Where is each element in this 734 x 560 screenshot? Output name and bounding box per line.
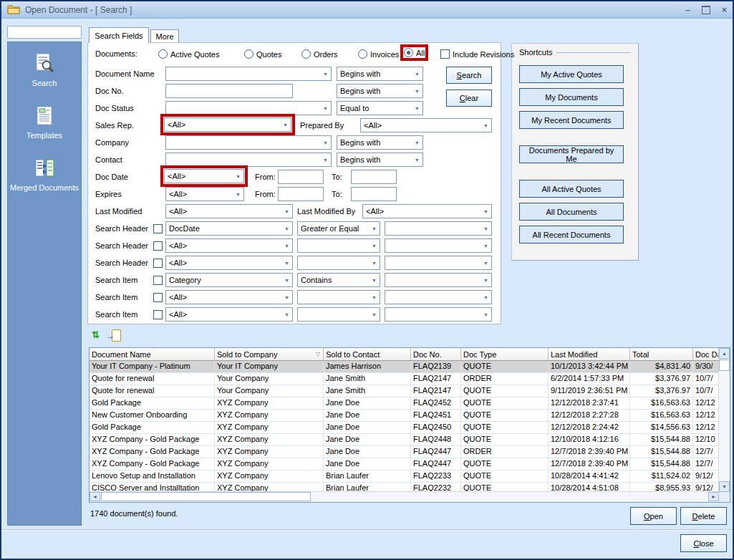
column-header[interactable]: Doc Date xyxy=(693,348,719,361)
dropdown-arrow-icon[interactable]: ▼ xyxy=(483,226,488,231)
dropdown-arrow-icon[interactable]: ▼ xyxy=(283,122,288,127)
send-to-document-icon[interactable]: → xyxy=(106,329,121,342)
dropdown-arrow-icon[interactable]: ▼ xyxy=(236,192,241,197)
table-row[interactable]: XYZ Company - Gold PackageXYZ CompanyJan… xyxy=(90,434,719,446)
scroll-down-icon[interactable]: ▼ xyxy=(719,481,730,492)
table-row[interactable]: XYZ Company - Gold PackageXYZ CompanyJan… xyxy=(90,458,719,470)
shortcut-all-recent-documents[interactable]: All Recent Documents xyxy=(519,226,624,243)
dropdown-arrow-icon[interactable]: ▼ xyxy=(415,140,420,145)
doc-status-operator-dropdown[interactable]: Equal to ▼ xyxy=(337,101,423,115)
search-header-checkbox[interactable] xyxy=(153,224,163,233)
vertical-scrollbar[interactable]: ▲ ▼ xyxy=(718,348,730,492)
doc-status-combobox[interactable]: ▼ xyxy=(165,101,332,115)
column-header[interactable]: Document Name xyxy=(90,348,215,361)
search-header-value-dropdown[interactable]: ▼ xyxy=(385,238,492,253)
dropdown-arrow-icon[interactable]: ▼ xyxy=(372,226,377,231)
dropdown-arrow-icon[interactable]: ▼ xyxy=(372,295,377,300)
radio-invoices[interactable]: Invoices xyxy=(358,49,399,59)
search-header-checkbox[interactable] xyxy=(153,241,163,251)
dropdown-arrow-icon[interactable]: ▼ xyxy=(323,140,328,145)
search-header-field-dropdown[interactable]: <All> ▼ xyxy=(165,238,293,253)
dropdown-arrow-icon[interactable]: ▼ xyxy=(284,278,289,283)
search-item-checkbox[interactable] xyxy=(153,310,163,319)
dropdown-arrow-icon[interactable]: ▼ xyxy=(372,312,377,317)
company-combobox[interactable]: ▼ xyxy=(165,135,332,150)
search-item-field-dropdown[interactable]: Category ▼ xyxy=(165,273,293,287)
dropdown-arrow-icon[interactable]: ▼ xyxy=(236,174,241,179)
column-header[interactable]: Sold to Company▽ xyxy=(215,348,324,361)
dropdown-arrow-icon[interactable]: ▼ xyxy=(284,295,289,300)
search-item-operator-dropdown[interactable]: Contains ▼ xyxy=(297,273,380,287)
dropdown-arrow-icon[interactable]: ▼ xyxy=(415,158,420,163)
shortcut-all-active-quotes[interactable]: All Active Quotes xyxy=(519,180,624,198)
column-header[interactable]: Total xyxy=(630,348,693,361)
dropdown-arrow-icon[interactable]: ▼ xyxy=(323,158,328,163)
open-button[interactable]: Open xyxy=(630,507,677,525)
dropdown-arrow-icon[interactable]: ▼ xyxy=(483,312,488,317)
radio-quotes[interactable]: Quotes xyxy=(244,49,281,59)
expires-from-input[interactable] xyxy=(278,187,324,201)
horizontal-scroll-thumb[interactable] xyxy=(101,492,311,501)
search-header-checkbox[interactable] xyxy=(153,259,163,268)
column-header[interactable]: Sold to Contact xyxy=(324,348,411,361)
search-item-value-dropdown[interactable]: ▼ xyxy=(385,307,492,322)
dropdown-arrow-icon[interactable]: ▼ xyxy=(415,106,420,111)
minimize-button[interactable]: – xyxy=(685,6,690,14)
table-row[interactable]: Quote for renewalYour CompanyJane SmithF… xyxy=(90,373,719,385)
tab-more[interactable]: More xyxy=(150,29,179,43)
column-header[interactable]: Last Modified xyxy=(549,348,630,361)
column-header[interactable]: Doc Type xyxy=(461,348,549,361)
dropdown-arrow-icon[interactable]: ▼ xyxy=(372,278,377,283)
search-header-field-dropdown[interactable]: <All> ▼ xyxy=(165,256,293,270)
dropdown-arrow-icon[interactable]: ▼ xyxy=(323,72,328,77)
prepared-by-dropdown[interactable]: <All> ▼ xyxy=(360,118,492,132)
table-row[interactable]: Your IT Company - PlatinumYour IT Compan… xyxy=(90,361,719,373)
dropdown-arrow-icon[interactable]: ▼ xyxy=(483,123,488,128)
dropdown-arrow-icon[interactable]: ▼ xyxy=(284,243,289,248)
refresh-icon[interactable]: ⇅ xyxy=(92,329,100,340)
dropdown-arrow-icon[interactable]: ▼ xyxy=(372,243,377,248)
search-item-operator-dropdown[interactable]: ▼ xyxy=(297,290,380,304)
radio-icon[interactable] xyxy=(244,49,253,59)
search-item-field-dropdown[interactable]: <All> ▼ xyxy=(165,290,293,304)
shortcut-documents-prepared-by-me[interactable]: Documents Prepared by Me xyxy=(519,145,624,163)
search-button[interactable]: Search xyxy=(446,67,492,84)
table-row[interactable]: Gold PackageXYZ CompanyJane DoeFLAQ2452Q… xyxy=(90,397,719,410)
sidebar-item-merged-documents[interactable]: Merged Documents xyxy=(10,157,79,192)
search-header-value-dropdown[interactable]: ▼ xyxy=(385,256,492,270)
scroll-up-icon[interactable]: ▲ xyxy=(719,348,730,359)
expires-dropdown[interactable]: <All> ▼ xyxy=(165,187,244,201)
vertical-scroll-thumb[interactable] xyxy=(719,359,730,371)
dropdown-arrow-icon[interactable]: ▼ xyxy=(483,278,488,283)
document-name-operator-dropdown[interactable]: Begins with ▼ xyxy=(337,67,423,81)
last-modified-dropdown[interactable]: <All> ▼ xyxy=(165,204,293,218)
contact-combobox[interactable]: ▼ xyxy=(165,153,332,167)
radio-icon[interactable] xyxy=(158,49,168,59)
scroll-right-icon[interactable]: ► xyxy=(708,492,719,501)
include-revisions-checkbox[interactable]: Include Revisions xyxy=(440,49,514,59)
doc-date-dropdown[interactable]: <All> ▼ xyxy=(164,169,244,183)
dropdown-arrow-icon[interactable]: ▼ xyxy=(284,261,289,266)
radio-all[interactable]: All xyxy=(404,48,425,57)
tab-search-fields[interactable]: Search Fields xyxy=(89,27,149,43)
maximize-button[interactable] xyxy=(702,6,710,14)
search-header-operator-dropdown[interactable]: ▼ xyxy=(297,238,380,253)
expires-to-input[interactable] xyxy=(351,187,397,201)
search-item-checkbox[interactable] xyxy=(153,293,163,302)
table-row[interactable]: Quote for renewalYour CompanyJane SmithF… xyxy=(90,385,719,397)
shortcut-my-active-quotes[interactable]: My Active Quotes xyxy=(519,65,624,83)
search-item-field-dropdown[interactable]: <All> ▼ xyxy=(165,307,293,322)
dropdown-arrow-icon[interactable]: ▼ xyxy=(483,261,488,266)
doc-no-input[interactable] xyxy=(165,84,293,98)
dropdown-arrow-icon[interactable]: ▼ xyxy=(284,312,289,317)
table-row[interactable]: Lenovo Setup and InstallationXYZ Company… xyxy=(90,470,719,483)
search-header-value-dropdown[interactable]: ▼ xyxy=(385,221,492,236)
dropdown-arrow-icon[interactable]: ▼ xyxy=(415,89,420,94)
table-row[interactable]: XYZ Company - Gold PackageXYZ CompanyJan… xyxy=(90,446,719,458)
column-header[interactable]: Doc No. xyxy=(411,348,461,361)
radio-icon[interactable] xyxy=(301,49,311,59)
search-header-operator-dropdown[interactable]: ▼ xyxy=(297,256,380,270)
radio-orders[interactable]: Orders xyxy=(301,49,338,59)
dropdown-arrow-icon[interactable]: ▼ xyxy=(483,243,488,248)
shortcut-my-documents[interactable]: My Documents xyxy=(519,88,624,106)
